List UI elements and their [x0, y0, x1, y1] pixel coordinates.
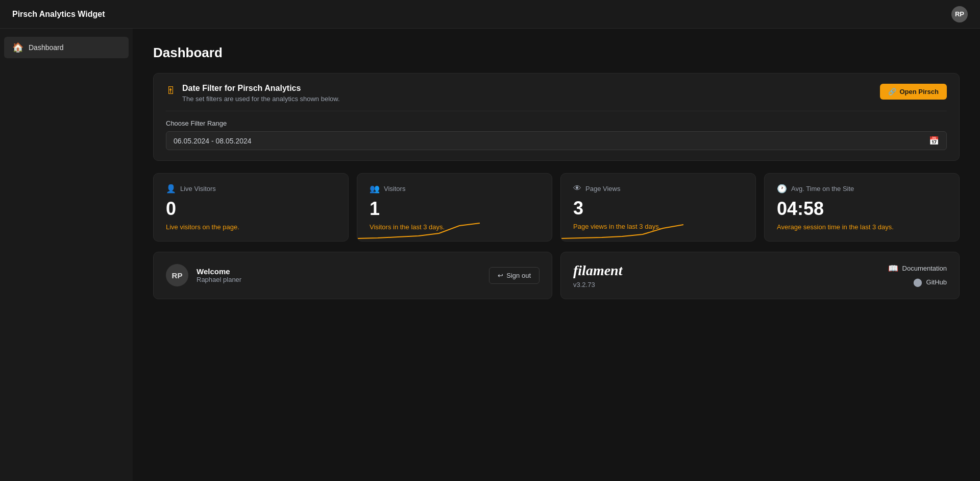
filament-card: filament v3.2.73 📖 Documentation ⬤ GitHu… — [560, 252, 960, 299]
bottom-grid: RP Welcome Raphael planer ↩ Sign out fil… — [153, 252, 960, 299]
documentation-label: Documentation — [902, 264, 947, 272]
visitors-chart — [357, 215, 480, 241]
main-content: Dashboard 🎚 Date Filter for Pirsch Analy… — [133, 29, 980, 481]
user-name-text: Raphael planer — [197, 276, 481, 283]
stat-value-0: 0 — [166, 199, 336, 219]
stat-title-1: Visitors — [384, 185, 405, 193]
stat-card-header-3: 🕐 Avg. Time on the Site — [777, 184, 947, 194]
filament-version: v3.2.73 — [573, 281, 622, 288]
user-avatar: RP — [166, 264, 188, 286]
clock-icon: 🕐 — [777, 184, 787, 194]
filter-card-header: 🎚 Date Filter for Pirsch Analytics The s… — [166, 84, 947, 103]
pageviews-chart — [561, 215, 683, 241]
filter-subtitle: The set filters are used for the analyti… — [182, 95, 340, 103]
stat-title-0: Live Visitors — [180, 185, 216, 193]
stat-card-header-0: 👤 Live Visitors — [166, 184, 336, 194]
filament-documentation-link[interactable]: 📖 Documentation — [888, 263, 947, 273]
stat-card-page-views: 👁 Page Views 3 Page views in the last 3 … — [560, 173, 756, 242]
sign-out-icon: ↩ — [498, 272, 503, 279]
calendar-icon[interactable]: 📅 — [929, 136, 939, 146]
sidebar: 🏠 Dashboard — [0, 29, 133, 481]
stat-card-header-1: 👥 Visitors — [370, 184, 540, 194]
stat-value-3: 04:58 — [777, 199, 947, 219]
open-pirsch-label: Open Pirsch — [899, 88, 939, 95]
person-icon: 👤 — [166, 184, 176, 194]
stat-card-live-visitors: 👤 Live Visitors 0 Live visitors on the p… — [153, 173, 349, 242]
external-link-icon: 🔗 — [888, 88, 896, 95]
filter-card: 🎚 Date Filter for Pirsch Analytics The s… — [153, 73, 960, 161]
home-icon: 🏠 — [12, 42, 23, 53]
stat-title-3: Avg. Time on the Site — [791, 185, 854, 193]
filter-range-section: Choose Filter Range 06.05.2024 - 08.05.2… — [166, 111, 947, 150]
user-avatar-topbar[interactable]: RP — [951, 6, 968, 22]
filter-title-group: 🎚 Date Filter for Pirsch Analytics The s… — [166, 84, 340, 103]
filament-links: 📖 Documentation ⬤ GitHub — [888, 263, 947, 287]
github-label: GitHub — [926, 278, 947, 286]
filament-github-link[interactable]: ⬤ GitHub — [913, 277, 947, 287]
welcome-card: RP Welcome Raphael planer ↩ Sign out — [153, 252, 552, 299]
topbar: Pirsch Analytics Widget RP — [0, 0, 980, 29]
open-pirsch-button[interactable]: 🔗 Open Pirsch — [880, 84, 947, 100]
filter-range-label: Choose Filter Range — [166, 119, 947, 127]
stat-desc-0: Live visitors on the page. — [166, 223, 336, 231]
sign-out-button[interactable]: ↩ Sign out — [489, 267, 540, 284]
user-welcome-text: Welcome — [197, 267, 481, 276]
page-title: Dashboard — [153, 45, 960, 61]
sign-out-label: Sign out — [506, 272, 531, 279]
date-input-wrapper[interactable]: 06.05.2024 - 08.05.2024 📅 — [166, 131, 947, 150]
sidebar-item-dashboard[interactable]: 🏠 Dashboard — [4, 37, 129, 58]
stats-grid: 👤 Live Visitors 0 Live visitors on the p… — [153, 173, 960, 242]
sidebar-item-label: Dashboard — [29, 43, 64, 52]
stat-card-header-2: 👁 Page Views — [573, 184, 743, 193]
github-icon: ⬤ — [913, 277, 922, 287]
stat-card-visitors: 👥 Visitors 1 Visitors in the last 3 days… — [357, 173, 552, 242]
group-icon: 👥 — [370, 184, 380, 194]
eye-icon: 👁 — [573, 184, 581, 193]
filter-text-group: Date Filter for Pirsch Analytics The set… — [182, 84, 340, 103]
layout: 🏠 Dashboard Dashboard 🎚 Date Filter for … — [0, 29, 980, 481]
stat-card-avg-time: 🕐 Avg. Time on the Site 04:58 Average se… — [764, 173, 960, 242]
stat-title-2: Page Views — [585, 185, 620, 193]
book-icon: 📖 — [888, 263, 898, 273]
filament-brand-group: filament v3.2.73 — [573, 262, 622, 288]
stat-desc-3: Average session time in the last 3 days. — [777, 223, 947, 231]
user-info: Welcome Raphael planer — [197, 267, 481, 283]
filament-brand: filament — [573, 262, 622, 279]
date-value: 06.05.2024 - 08.05.2024 — [174, 137, 929, 145]
app-title: Pirsch Analytics Widget — [12, 10, 105, 19]
filter-title: Date Filter for Pirsch Analytics — [182, 84, 340, 93]
filter-sliders-icon: 🎚 — [166, 85, 176, 97]
